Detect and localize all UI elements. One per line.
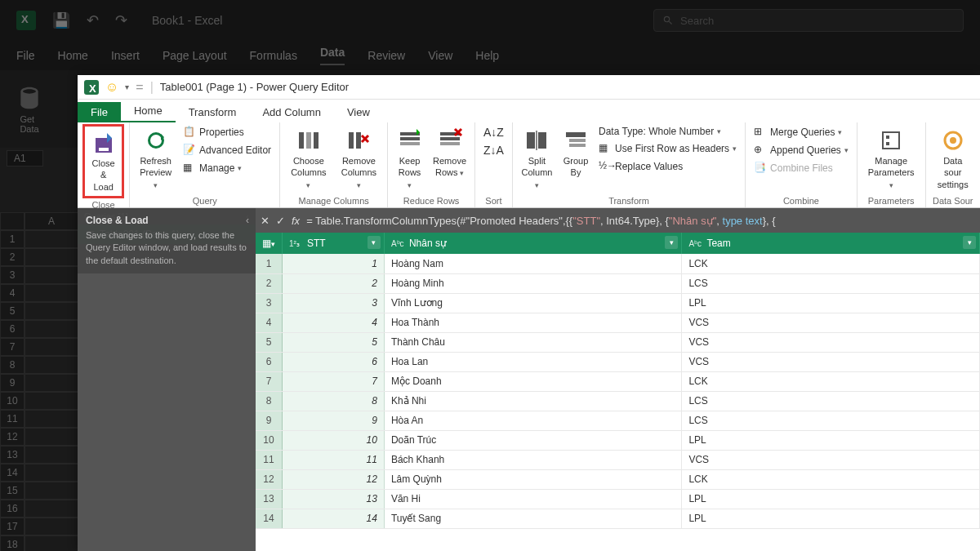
choose-columns-button[interactable]: Choose Columns bbox=[285, 124, 332, 194]
row-number[interactable]: 8 bbox=[256, 391, 283, 411]
cell-stt[interactable]: 4 bbox=[283, 313, 385, 332]
cell-stt[interactable]: 2 bbox=[283, 273, 385, 293]
get-data-button[interactable]: Get Data bbox=[16, 85, 42, 134]
table-row[interactable]: 6 6 Hoa Lan VCS bbox=[256, 352, 980, 371]
cell[interactable] bbox=[24, 284, 78, 302]
cell[interactable] bbox=[24, 392, 78, 410]
cell-stt[interactable]: 1 bbox=[283, 254, 385, 273]
cell[interactable] bbox=[24, 446, 78, 464]
cell-stt[interactable]: 13 bbox=[283, 489, 385, 509]
row-number[interactable]: 12 bbox=[256, 469, 283, 489]
table-row[interactable]: 10 10 Doãn Trúc LPL bbox=[256, 430, 980, 450]
table-row[interactable]: 8 8 Khả Nhi LCS bbox=[256, 391, 980, 411]
table-row[interactable]: 3 3 Vĩnh Lương LPL bbox=[256, 293, 980, 313]
row-number[interactable]: 14 bbox=[256, 509, 283, 528]
cell-nhansu[interactable]: Vĩnh Lương bbox=[384, 293, 682, 313]
row-header[interactable]: 9 bbox=[0, 374, 24, 392]
tab-file[interactable]: File bbox=[16, 49, 35, 62]
cell[interactable] bbox=[24, 338, 78, 356]
row-header[interactable]: 1 bbox=[0, 230, 24, 248]
properties-button[interactable]: 📋Properties bbox=[180, 124, 274, 140]
redo-icon[interactable]: ↷ bbox=[115, 11, 127, 29]
cell-stt[interactable]: 3 bbox=[283, 293, 385, 313]
cell[interactable] bbox=[24, 374, 78, 392]
cell-team[interactable]: LCK bbox=[682, 371, 980, 391]
table-row[interactable]: 9 9 Hòa An LCS bbox=[256, 411, 980, 430]
cell-team[interactable]: LCK bbox=[682, 469, 980, 489]
row-number[interactable]: 2 bbox=[256, 273, 283, 293]
tab-view[interactable]: View bbox=[428, 49, 452, 62]
row-number[interactable]: 6 bbox=[256, 352, 283, 371]
row-header[interactable]: 7 bbox=[0, 338, 24, 356]
cell-stt[interactable]: 5 bbox=[283, 332, 385, 352]
data-type-button[interactable]: Data Type: Whole Number bbox=[595, 124, 740, 139]
formula-bar[interactable]: ✕ ✓ fx = Table.TransformColumnTypes(#"Pr… bbox=[256, 208, 980, 233]
manage-parameters-button[interactable]: Manage Parameters bbox=[862, 124, 920, 194]
filter-icon[interactable] bbox=[368, 236, 381, 249]
row-header[interactable]: 2 bbox=[0, 248, 24, 266]
row-number[interactable]: 10 bbox=[256, 430, 283, 450]
cell[interactable] bbox=[24, 464, 78, 482]
merge-queries-button[interactable]: ⊞Merge Queries bbox=[751, 124, 852, 140]
keep-rows-button[interactable]: Keep Rows bbox=[393, 124, 426, 194]
select-all-corner[interactable] bbox=[0, 212, 24, 230]
undo-icon[interactable]: ↶ bbox=[87, 11, 99, 29]
cell[interactable] bbox=[24, 356, 78, 374]
accept-formula-icon[interactable]: ✓ bbox=[276, 215, 285, 227]
row-number[interactable]: 11 bbox=[256, 450, 283, 469]
cell-nhansu[interactable]: Khả Nhi bbox=[384, 391, 682, 411]
cell-stt[interactable]: 9 bbox=[283, 411, 385, 430]
tab-insert[interactable]: Insert bbox=[111, 49, 140, 62]
row-number[interactable]: 3 bbox=[256, 293, 283, 313]
row-header[interactable]: 17 bbox=[0, 518, 24, 535]
cell-stt[interactable]: 6 bbox=[283, 352, 385, 371]
name-box[interactable]: A1 bbox=[7, 150, 43, 167]
sort-desc-button[interactable]: Z↓A bbox=[480, 142, 507, 158]
cell-nhansu[interactable]: Mộc Doanh bbox=[384, 371, 682, 391]
cell-nhansu[interactable]: Thành Châu bbox=[384, 332, 682, 352]
tab-help[interactable]: Help bbox=[475, 49, 499, 62]
row-header[interactable]: 14 bbox=[0, 464, 24, 482]
cell[interactable] bbox=[24, 320, 78, 338]
row-header[interactable]: 13 bbox=[0, 446, 24, 464]
search-input[interactable]: Search bbox=[653, 9, 964, 32]
table-row[interactable]: 7 7 Mộc Doanh LCK bbox=[256, 371, 980, 391]
col-header-nhansu[interactable]: AᵇcNhân sự bbox=[384, 233, 682, 254]
cell[interactable] bbox=[24, 518, 78, 535]
cell-team[interactable]: VCS bbox=[682, 332, 980, 352]
row-number[interactable]: 9 bbox=[256, 411, 283, 430]
col-header-team[interactable]: AᵇcTeam bbox=[682, 233, 980, 254]
first-row-headers-button[interactable]: ▦Use First Row as Headers bbox=[595, 140, 740, 157]
row-header[interactable]: 11 bbox=[0, 410, 24, 428]
remove-rows-button[interactable]: Remove Rows bbox=[430, 124, 470, 182]
cell-team[interactable]: LCS bbox=[682, 391, 980, 411]
cell-nhansu[interactable]: Hòa An bbox=[384, 411, 682, 430]
row-number[interactable]: 13 bbox=[256, 489, 283, 509]
cell-nhansu[interactable]: Lâm Quỳnh bbox=[384, 469, 682, 489]
cell-nhansu[interactable]: Văn Hi bbox=[384, 489, 682, 509]
save-icon[interactable]: 💾 bbox=[52, 11, 70, 29]
cell-nhansu[interactable]: Bách Khanh bbox=[384, 450, 682, 469]
cell[interactable] bbox=[24, 266, 78, 284]
group-by-button[interactable]: Group By bbox=[559, 124, 592, 182]
cell[interactable] bbox=[24, 482, 78, 500]
cell[interactable] bbox=[24, 535, 78, 551]
row-index-header[interactable]: ▦▾ bbox=[256, 233, 283, 254]
cell[interactable] bbox=[24, 410, 78, 428]
append-queries-button[interactable]: ⊕Append Queries bbox=[751, 142, 852, 158]
cell-stt[interactable]: 7 bbox=[283, 371, 385, 391]
cell-team[interactable]: LPL bbox=[682, 430, 980, 450]
tab-review[interactable]: Review bbox=[368, 49, 405, 62]
tab-page-layout[interactable]: Page Layout bbox=[163, 49, 227, 62]
cell-stt[interactable]: 10 bbox=[283, 430, 385, 450]
row-header[interactable]: 3 bbox=[0, 266, 24, 284]
cell-team[interactable]: LCS bbox=[682, 411, 980, 430]
pq-tab-add-column[interactable]: Add Column bbox=[249, 102, 334, 122]
cell[interactable] bbox=[24, 230, 78, 248]
cell-stt[interactable]: 12 bbox=[283, 469, 385, 489]
data-source-settings-button[interactable]: Data sour settings bbox=[931, 124, 975, 193]
cell-nhansu[interactable]: Hoàng Nam bbox=[384, 254, 682, 273]
cell-nhansu[interactable]: Hoàng Minh bbox=[384, 273, 682, 293]
row-header[interactable]: 15 bbox=[0, 482, 24, 500]
row-header[interactable]: 4 bbox=[0, 284, 24, 302]
